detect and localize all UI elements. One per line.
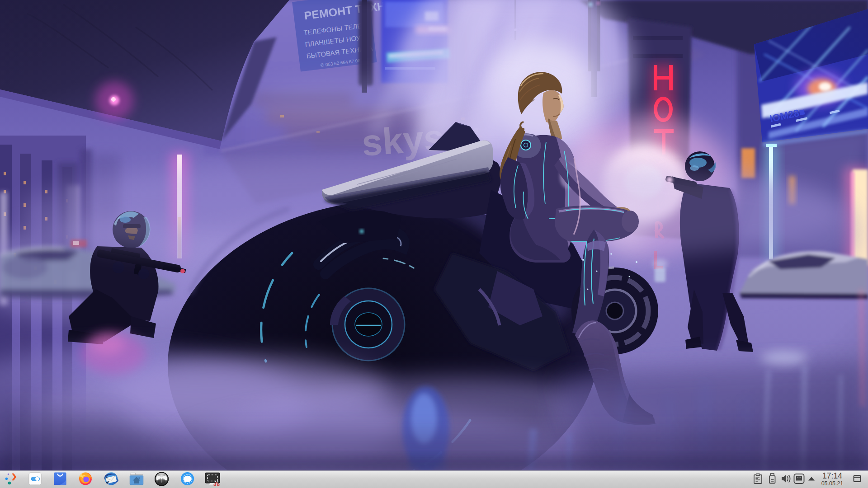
svg-text:05.05.21: 05.05.21 <box>821 480 844 487</box>
svg-text:17:14: 17:14 <box>822 471 842 480</box>
